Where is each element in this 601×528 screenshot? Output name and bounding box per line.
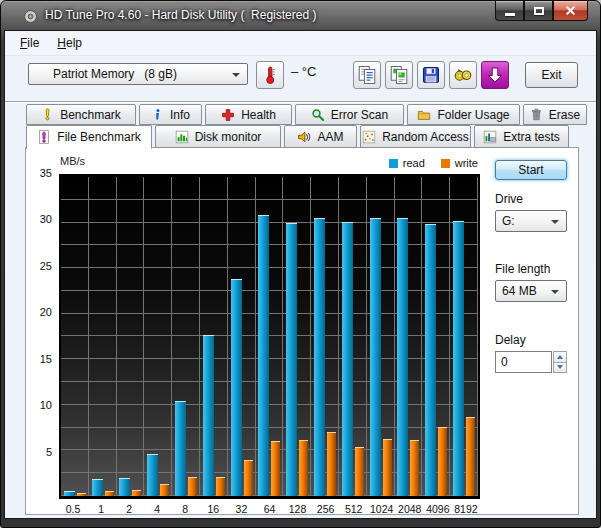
bar-group (367, 177, 395, 496)
bar-group (450, 177, 478, 496)
menu-help[interactable]: Help (48, 33, 91, 53)
x-tick-label: 1024 (368, 503, 396, 515)
start-button[interactable]: Start (495, 160, 567, 180)
tab-label: Info (170, 108, 190, 122)
bar-group (395, 177, 423, 496)
device-combobox-value: Patriot Memory (8 gB) (53, 67, 177, 81)
read-bar (147, 454, 158, 496)
start-label: Start (518, 163, 543, 177)
tab-error-scan[interactable]: Error Scan (295, 104, 404, 125)
folder-icon (417, 108, 431, 122)
x-tick-label: 16 (199, 503, 227, 515)
tab-aam[interactable]: AAM (284, 125, 357, 148)
maximize-button[interactable] (524, 1, 553, 21)
spinner-up-button[interactable] (553, 351, 567, 362)
benchmark-icon (41, 108, 54, 121)
tab-extra-tests[interactable]: Extra tests (474, 125, 569, 148)
bar-group (144, 177, 172, 496)
tab-label: AAM (317, 130, 343, 144)
tab-info[interactable]: Info (139, 104, 202, 125)
menu-bar: File Help (5, 31, 596, 56)
file-length-combobox-value: 64 MB (502, 284, 537, 298)
y-axis: 3530252015105 (26, 174, 55, 499)
write-bar (160, 484, 169, 496)
tab-label: Folder Usage (437, 108, 509, 122)
erase-icon (530, 108, 543, 121)
x-axis: 0.512481632641282565121024204840968192 (59, 503, 480, 515)
tab-row-2: File BenchmarkDisk monitorAAMRandom Acce… (26, 125, 569, 148)
x-tick-label: 0.5 (59, 503, 87, 515)
exit-button[interactable]: Exit (525, 62, 578, 88)
minimize-icon (505, 13, 515, 16)
x-tick-label: 32 (227, 503, 255, 515)
read-bar (425, 224, 436, 496)
save-button[interactable] (417, 61, 445, 89)
aam-icon (297, 130, 311, 144)
spinner-down-icon (557, 365, 563, 369)
disk-monitor-icon (175, 130, 189, 144)
capture-icon (453, 65, 473, 85)
read-bar (92, 479, 103, 496)
write-bar (271, 441, 280, 496)
tab-disk-monitor[interactable]: Disk monitor (155, 125, 281, 148)
read-bar (119, 478, 130, 496)
tab-label: Health (241, 108, 276, 122)
write-bar (438, 427, 447, 496)
menu-file[interactable]: File (11, 33, 48, 53)
random-access-icon (362, 130, 376, 144)
bar-group (200, 177, 228, 496)
file-length-combobox[interactable]: 64 MB (495, 280, 567, 302)
y-tick-label: 20 (40, 307, 52, 319)
read-bar (397, 218, 408, 496)
tab-label: Error Scan (331, 108, 388, 122)
write-bar (244, 460, 253, 496)
exit-label: Exit (541, 68, 561, 82)
bar-group (117, 177, 145, 496)
write-bar (132, 490, 141, 496)
x-tick-label: 4096 (424, 503, 452, 515)
tab-label: File Benchmark (57, 130, 140, 144)
file-length-label: File length (495, 262, 550, 276)
device-combobox[interactable]: Patriot Memory (8 gB) (28, 63, 248, 85)
write-bar (383, 439, 392, 496)
close-button[interactable] (553, 1, 588, 21)
file-benchmark-page: MB/s readwrite 3530252015105 0.512481632… (25, 147, 579, 515)
bar-group (228, 177, 256, 496)
temperature-value: – °C (291, 64, 316, 79)
x-tick-label: 2048 (396, 503, 424, 515)
toolbar: Patriot Memory (8 gB) – °C Exit (5, 56, 596, 101)
read-bar (258, 215, 269, 496)
bar-group (89, 177, 117, 496)
x-tick-label: 256 (312, 503, 340, 515)
copy-image-button[interactable] (385, 61, 413, 89)
drive-label: Drive (495, 192, 523, 206)
window-title: HD Tune Pro 4.60 - Hard Disk Utility ( R… (45, 8, 316, 22)
x-tick-label: 8 (171, 503, 199, 515)
copy-text-button[interactable] (353, 61, 381, 89)
bar-group (172, 177, 200, 496)
y-tick-label: 35 (40, 167, 52, 179)
drive-combobox-value: G: (502, 214, 515, 228)
bar-group (61, 177, 89, 496)
minimize-button[interactable] (495, 1, 524, 21)
tab-random-access[interactable]: Random Access (360, 125, 471, 148)
read-bar (203, 335, 214, 496)
drive-combobox[interactable]: G: (495, 210, 567, 232)
tab-health[interactable]: Health (205, 104, 292, 125)
tab-file-benchmark[interactable]: File Benchmark (26, 125, 152, 149)
tab-folder-usage[interactable]: Folder Usage (407, 104, 520, 125)
tab-erase[interactable]: Erase (523, 104, 587, 125)
legend-swatch-write (441, 159, 450, 168)
bar-groups (61, 177, 478, 496)
temperature-button[interactable] (256, 61, 284, 89)
tab-benchmark[interactable]: Benchmark (26, 104, 136, 125)
y-tick-label: 10 (40, 400, 52, 412)
tab-label: Disk monitor (195, 130, 262, 144)
client-area: File Help Patriot Memory (8 gB) – °C Exi… (5, 31, 596, 518)
read-bar (175, 401, 186, 496)
spinner-down-button[interactable] (553, 362, 567, 374)
capture-button[interactable] (449, 61, 477, 89)
delay-input[interactable] (495, 351, 552, 373)
down-arrow-button[interactable] (481, 61, 509, 89)
write-bar (77, 493, 86, 496)
